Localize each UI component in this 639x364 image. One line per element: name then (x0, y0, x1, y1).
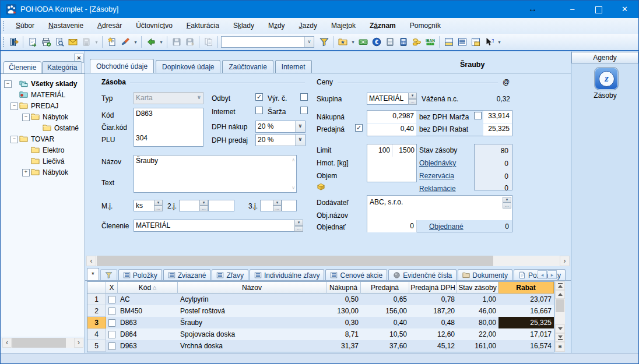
row-select-cell[interactable] (106, 305, 118, 317)
tree-item-elektro[interactable]: Elektro (43, 146, 64, 154)
ellipsis-icon[interactable]: … (503, 203, 511, 208)
cell-predajn-[interactable]: 156,00 (361, 305, 409, 317)
cell-n-kupn-[interactable]: 0,30 (326, 317, 361, 328)
exit-door-button[interactable] (8, 36, 20, 48)
j2-coef-field[interactable] (208, 200, 234, 211)
caret-down-icon[interactable]: ▾ (408, 93, 417, 99)
row-checkbox[interactable] (108, 308, 115, 315)
vyrc-checkbox[interactable] (300, 93, 308, 101)
tree-expander-collapse[interactable]: − (10, 103, 18, 110)
cell-k-d[interactable]: D864 (118, 328, 178, 340)
tree-item-v-etky-sklady[interactable]: Všetky sklady (31, 80, 77, 88)
chevron-down-icon[interactable]: ∨ (295, 121, 305, 132)
cell-rabat[interactable]: 17,017 (498, 328, 554, 340)
form-tab-internet[interactable]: Internet (275, 60, 312, 73)
new-record-button[interactable] (106, 36, 118, 48)
row-select-cell[interactable] (106, 317, 118, 328)
column-header-k-d[interactable]: Kód△ (118, 282, 178, 294)
cell-n-kupn-[interactable]: 31,37 (326, 340, 361, 352)
caret-down-icon[interactable]: ▾ (273, 200, 282, 206)
cell-predajn-dph[interactable]: 0,78 (409, 294, 457, 305)
row-checkbox[interactable] (108, 331, 115, 338)
ellipsis-icon[interactable]: … (408, 99, 417, 105)
form-scroll-left-button[interactable]: ‹ (86, 256, 96, 266)
table-row-5[interactable]: 5D963Vrchná doska31,3737,6045,12161,0016… (87, 340, 554, 352)
cell-predajn-[interactable]: 10,50 (361, 328, 409, 340)
sarza-checkbox[interactable] (300, 107, 308, 114)
skupina-dropdown[interactable]: ▾… (408, 93, 417, 105)
column-header-rabat[interactable]: Rabat (498, 282, 554, 294)
skupina-field[interactable]: MATERIÁL (367, 93, 409, 105)
ellipsis-icon[interactable]: … (273, 206, 282, 211)
menu-item-tovnctvo[interactable]: Účtovníctvo (129, 18, 180, 34)
copy-button[interactable] (202, 36, 215, 48)
predajna-checkbox[interactable]: ✓ (355, 124, 363, 132)
tree-expander-collapse[interactable]: − (22, 114, 30, 121)
table-row-1[interactable]: 1ACAcylpyrin0,500,650,781,0023,077 (87, 294, 554, 305)
menu-item-pomocnk[interactable]: Pomocník (403, 18, 448, 34)
j2-field[interactable] (179, 200, 200, 211)
sidebar-hscroll-thumb[interactable] (12, 338, 66, 348)
cell-stav-z-soby[interactable]: 80,00 (457, 317, 498, 328)
ciarkod-field[interactable] (134, 121, 203, 133)
close-button[interactable]: ✕ (612, 1, 638, 18)
cell-n-kupn-[interactable]: 8,71 (326, 328, 361, 340)
column-header-n-zov[interactable]: Názov (178, 282, 326, 294)
cell-n-kupn-[interactable]: 0,50 (326, 294, 361, 305)
help-pointer-button[interactable]: ? (483, 36, 496, 48)
mj-field[interactable]: ks (134, 200, 155, 211)
panel-full-button[interactable] (456, 36, 469, 48)
sidebar-scroll-left-button[interactable]: ‹ (2, 338, 12, 348)
row-number[interactable]: 2 (87, 305, 106, 317)
clenenie-field[interactable]: MATERIÁL (134, 220, 295, 232)
row-select-cell[interactable] (106, 340, 118, 352)
reklamacie-link[interactable]: Reklamácie (419, 185, 456, 193)
form-hscroll-thumb[interactable] (97, 256, 493, 266)
menu-item-jazdy[interactable]: Jazdy (292, 18, 324, 34)
kod-field[interactable]: D863 (134, 108, 203, 121)
nazov-text-field[interactable]: Šrauby ∧ ∨ (134, 155, 297, 193)
caret-down-icon[interactable]: ▾ (503, 197, 511, 203)
sidebar-scroll-right-button[interactable]: › (74, 338, 83, 348)
caret-down-icon[interactable]: ▾ (199, 200, 208, 206)
cell-predajn-[interactable]: 37,60 (361, 340, 409, 352)
scroll-down-icon[interactable]: ∨ (292, 185, 295, 190)
filter-button[interactable] (318, 36, 331, 48)
records-folder-button[interactable] (336, 36, 349, 48)
typ-select[interactable]: Karta ∨ (134, 92, 203, 104)
tree-expander-expand[interactable]: + (22, 169, 30, 176)
bottom-tab-individu-lne-z-avy[interactable]: Individuálne zľavy (250, 269, 325, 281)
menu-item-majetok[interactable]: Majetok (324, 18, 363, 34)
export-button[interactable] (26, 36, 39, 48)
print-preview-button[interactable] (53, 36, 66, 48)
cell-n-zov[interactable]: Posteľ roštová (178, 305, 326, 317)
objednane-link[interactable]: Objednané (429, 222, 464, 231)
row-number[interactable]: 3 (87, 317, 106, 328)
cell-predajn-[interactable]: 0,65 (361, 294, 409, 305)
cell-predajn-dph[interactable]: 12,60 (409, 328, 457, 340)
maximize-button[interactable] (585, 1, 612, 18)
tabs-next-button[interactable]: ▸ (547, 270, 557, 279)
menu-item-nastavenie[interactable]: Nastavenie (41, 18, 90, 34)
ellipsis-icon[interactable]: … (294, 226, 303, 232)
table-row-2[interactable]: 2BM450Posteľ roštová130,00156,00187,2046… (87, 305, 554, 317)
internet-checkbox[interactable] (255, 107, 263, 114)
form-tab-doplnkov-daje[interactable]: Doplnkové údaje (156, 60, 220, 73)
clenenie-dropdown[interactable]: ▾… (294, 220, 303, 232)
grid-vscroll-thumb[interactable] (556, 299, 564, 312)
sidebar-tab-clenenie[interactable]: Členenie (3, 61, 41, 74)
tree-item-predaj[interactable]: PREDAJ (31, 102, 58, 110)
table-row-3[interactable]: 3D863Šrauby0,300,400,4880,0025,325 (87, 317, 554, 328)
dph-predaj-select[interactable]: 20 % ∨ (255, 134, 306, 146)
form-scroll-right-button[interactable]: › (560, 256, 570, 266)
text-value[interactable] (134, 168, 296, 180)
menu-grip[interactable] (3, 21, 5, 31)
bottom-tab-filter[interactable] (100, 269, 117, 281)
cell-n-zov[interactable]: Acylpyrin (178, 294, 326, 305)
calculator2-button[interactable] (397, 36, 410, 48)
tree-item-n-bytok[interactable]: Nábytok (43, 113, 68, 121)
bottom-tab-dokumenty[interactable]: Dokumenty (458, 269, 512, 281)
tree-item-ostatn-[interactable]: Ostatné (54, 124, 79, 132)
coins-button[interactable] (410, 36, 423, 48)
row-select-cell[interactable] (106, 294, 118, 305)
